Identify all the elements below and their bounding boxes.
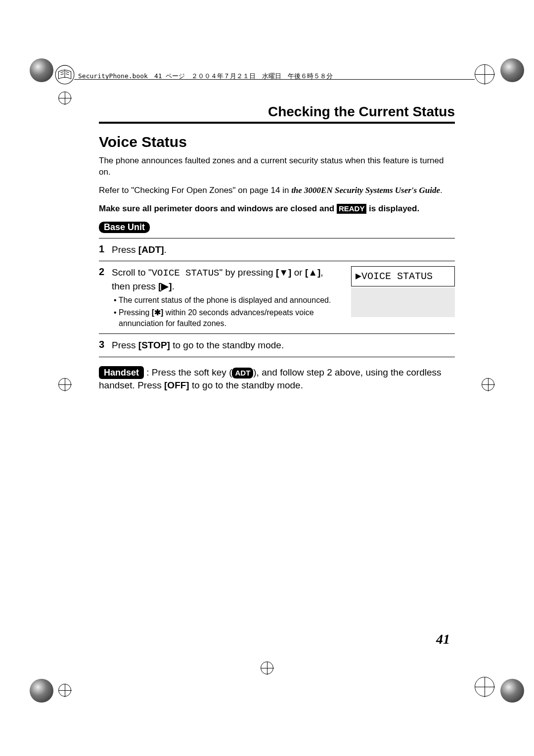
step-2-row: 2 ▶VOICE STATUS Scroll to "VOICE STATUS"… xyxy=(99,266,455,329)
step-3-number: 3 xyxy=(99,339,112,352)
step2-or: or xyxy=(291,267,305,278)
print-registration-ball-bottom-left xyxy=(30,679,53,703)
registration-mark-mid-right xyxy=(482,378,494,391)
right-button-label: [▶] xyxy=(158,281,172,291)
step-3-row: 3 Press [STOP] to go to the standby mode… xyxy=(99,339,455,352)
page-number: 41 xyxy=(436,631,450,647)
step1-prefix: Press xyxy=(112,244,138,255)
lcd-shading xyxy=(351,287,455,317)
ready-indicator-label: READY xyxy=(337,204,367,214)
step2-b2-prefix: • Pressing xyxy=(114,308,152,317)
handset-suffix: to go to the standby mode. xyxy=(189,380,303,390)
step-3-body: Press [STOP] to go to the standby mode. xyxy=(112,339,455,352)
step-1-number: 1 xyxy=(99,243,112,256)
registration-mark-bottom-left xyxy=(58,684,71,697)
make-sure-prefix: Make sure all perimeter doors and window… xyxy=(99,204,337,213)
section-divider-bottom xyxy=(99,357,455,357)
star-button-label: [✱] xyxy=(152,308,164,317)
step3-prefix: Press xyxy=(112,340,138,350)
chapter-title: Checking the Current Status xyxy=(99,104,455,124)
make-sure-suffix: is displayed. xyxy=(366,204,419,213)
step2-mid1: " by pressing xyxy=(220,267,276,278)
down-button-label: [▼] xyxy=(276,267,291,278)
refer-doc-title: the 3000EN Security Systems User's Guide xyxy=(291,186,440,195)
refer-paragraph: Refer to "Checking For Open Zones" on pa… xyxy=(99,185,455,196)
registration-mark-top-left xyxy=(58,92,71,104)
step-divider-1-2 xyxy=(99,261,455,261)
up-button-label: [▲] xyxy=(305,267,320,278)
step-divider-2-3 xyxy=(99,333,455,334)
section-title: Voice Status xyxy=(99,134,455,150)
header-rule xyxy=(74,79,475,80)
registration-mark-top-right xyxy=(475,64,494,84)
refer-period: . xyxy=(440,186,443,195)
lcd-screen: ▶VOICE STATUS xyxy=(351,266,455,286)
page-content: Checking the Current Status Voice Status… xyxy=(99,104,455,399)
stop-button-label: [STOP] xyxy=(138,340,170,350)
step3-suffix: to go to the standby mode. xyxy=(170,340,284,350)
step-1-row: 1 Press [ADT]. xyxy=(99,243,455,256)
framemaker-book-icon xyxy=(54,64,75,85)
step-2-body: ▶VOICE STATUS Scroll to "VOICE STATUS" b… xyxy=(112,266,455,329)
step1-period: . xyxy=(164,244,167,255)
handset-prefix: : Press the soft key ( xyxy=(144,367,232,378)
print-registration-ball-top-left xyxy=(30,58,53,82)
base-unit-badge: Base Unit xyxy=(99,222,150,233)
refer-prefix: Refer to "Checking For Open Zones" on pa… xyxy=(99,186,291,195)
adt-button-label: [ADT] xyxy=(138,244,164,255)
registration-mark-mid-left xyxy=(58,378,71,391)
print-registration-ball-top-right xyxy=(500,58,524,82)
step2-period: . xyxy=(172,281,175,291)
intro-paragraph: The phone announces faulted zones and a … xyxy=(99,155,455,178)
lcd-display-block: ▶VOICE STATUS xyxy=(351,266,455,317)
adt-softkey-label: ADT xyxy=(232,368,253,378)
section-divider-top xyxy=(99,238,455,238)
step2-menu-item: VOICE STATUS xyxy=(152,268,220,279)
registration-mark-bottom-center xyxy=(261,662,273,674)
step-1-body: Press [ADT]. xyxy=(112,243,455,256)
step-2-number: 2 xyxy=(99,266,112,329)
print-registration-ball-bottom-right xyxy=(500,679,524,703)
registration-mark-bottom-right xyxy=(475,677,494,697)
off-button-label: [OFF] xyxy=(164,380,189,390)
handset-badge: Handset xyxy=(99,366,144,379)
make-sure-paragraph: Make sure all perimeter doors and window… xyxy=(99,203,455,215)
step2-prefix: Scroll to " xyxy=(112,267,152,278)
handset-paragraph: Handset : Press the soft key (ADT), and … xyxy=(99,366,455,392)
